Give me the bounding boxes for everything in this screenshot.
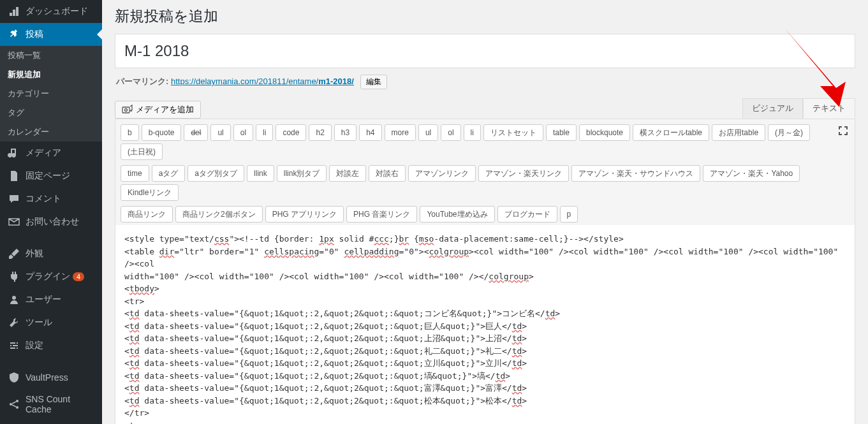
qtag-ol[interactable]: ol: [233, 124, 253, 141]
pin-icon: [8, 28, 20, 41]
post-title-input[interactable]: [115, 34, 855, 68]
qtag-li[interactable]: li: [256, 124, 273, 141]
qtag-[interactable]: (月～金): [768, 124, 810, 141]
qtag-p[interactable]: p: [560, 206, 578, 223]
qtag-PHG[interactable]: PHG 音楽リンク: [346, 206, 417, 223]
qtag-[interactable]: アマゾン・楽天リンク: [478, 165, 569, 182]
qtag-Kindle[interactable]: Kindleリンク: [121, 184, 179, 201]
sidebar-item-label: 投稿: [26, 29, 43, 40]
qtag-h3[interactable]: h3: [334, 124, 357, 141]
qtag-a[interactable]: aタグ: [152, 165, 186, 182]
sidebar-submenu: 投稿一覧新規追加カテゴリータグカレンダー: [0, 46, 102, 142]
qtag-[interactable]: ブログカード: [497, 206, 557, 223]
share-icon: [8, 398, 20, 411]
qtag-[interactable]: リストセット: [483, 124, 543, 141]
qtag-table[interactable]: 横スクロールtable: [633, 124, 709, 141]
qtag-[interactable]: 商品リンク: [121, 206, 173, 223]
page-title: 新規投稿を追加: [115, 6, 855, 26]
qtag-2[interactable]: 商品リンク2個ボタン: [175, 206, 263, 223]
sidebar-item-label: 固定ページ: [26, 170, 70, 182]
svg-rect-5: [122, 107, 129, 113]
sidebar-sub-item[interactable]: カレンダー: [0, 122, 102, 142]
sidebar-item-mail[interactable]: お問い合わせ: [0, 210, 102, 233]
sidebar-item-page[interactable]: 固定ページ: [0, 164, 102, 187]
tab-text[interactable]: テキスト: [803, 98, 855, 119]
main-content: 新規投稿を追加 パーマリンク: https://delaymania.com/2…: [102, 0, 868, 424]
qtag-del[interactable]: del: [184, 124, 208, 141]
qtag-llink[interactable]: llink: [247, 165, 274, 182]
sidebar-item-plugin[interactable]: プラグイン4: [0, 265, 102, 288]
editor-tabs: ビジュアル テキスト: [742, 98, 855, 119]
qtag-bquote[interactable]: b-quote: [142, 124, 182, 141]
update-badge: 4: [73, 272, 84, 281]
qtag-YouTube[interactable]: YouTube埋め込み: [420, 206, 494, 223]
svg-point-0: [12, 296, 16, 300]
user-icon: [8, 293, 20, 306]
qtag-blockquote[interactable]: blockquote: [579, 124, 630, 141]
sidebar-item-share[interactable]: SNS Count Cache: [0, 389, 102, 420]
sidebar-item-dashboard[interactable]: ダッシュボード: [0, 0, 102, 23]
qtag-ul[interactable]: ul: [210, 124, 230, 141]
qtag-[interactable]: アマゾン・楽天・サウンドハウス: [571, 165, 700, 182]
sidebar-item-tool[interactable]: ツール: [0, 311, 102, 334]
sidebar-item-label: ダッシュボード: [26, 6, 88, 17]
sidebar-item-settings[interactable]: 設定: [0, 334, 102, 357]
add-media-button[interactable]: メディアを追加: [115, 101, 201, 119]
permalink-link[interactable]: https://delaymania.com/201811/entame/m1-…: [171, 77, 354, 86]
sidebar-item-label: VaultPress: [26, 372, 68, 383]
sidebar-sub-item[interactable]: タグ: [0, 103, 102, 122]
sidebar-item-label: ユーザー: [26, 294, 61, 305]
sidebar-sub-item[interactable]: 新規追加: [0, 65, 102, 84]
qtag-[interactable]: 対談右: [369, 165, 406, 182]
sidebar-item-pin[interactable]: 投稿: [0, 23, 102, 46]
qtag-[interactable]: アマゾンリンク: [408, 165, 476, 182]
admin-sidebar: ダッシュボード投稿投稿一覧新規追加カテゴリータグカレンダーメディア固定ページコメ…: [0, 0, 102, 424]
sidebar-item-label: 外観: [26, 248, 43, 260]
qtag-table[interactable]: table: [546, 124, 577, 141]
qtag-li[interactable]: li: [464, 124, 481, 141]
tab-visual[interactable]: ビジュアル: [742, 98, 803, 119]
plugin-icon: [8, 270, 20, 283]
sidebar-sub-item[interactable]: カテゴリー: [0, 84, 102, 103]
sidebar-item-label: SNS Count Cache: [26, 394, 94, 414]
qtag-[interactable]: 対談左: [329, 165, 366, 182]
qtag-time[interactable]: time: [121, 165, 149, 182]
qtag-code[interactable]: code: [276, 124, 306, 141]
qtag-b[interactable]: b: [121, 124, 139, 141]
qtag-table[interactable]: お店用table: [712, 124, 765, 141]
sidebar-item-media[interactable]: メディア: [0, 142, 102, 164]
sidebar-item-comment[interactable]: コメント: [0, 187, 102, 210]
sidebar-item-label: メディア: [26, 147, 61, 159]
quicktags-toolbar: bb-quotedelulollicodeh2h3h4moreulolliリスト…: [115, 119, 855, 225]
qtag-ol[interactable]: ol: [441, 124, 460, 141]
qtag-PHG[interactable]: PHG アプリリンク: [265, 206, 344, 223]
svg-point-2: [16, 400, 18, 402]
qtag-[interactable]: (土日祝): [121, 143, 163, 160]
qtag-ul[interactable]: ul: [418, 124, 438, 141]
sidebar-sub-item[interactable]: 投稿一覧: [0, 46, 102, 65]
media-icon: [8, 147, 20, 159]
shield-icon: [8, 371, 20, 384]
sidebar-item-label: お問い合わせ: [26, 216, 79, 228]
sidebar-item-brush[interactable]: 外観: [0, 242, 102, 265]
sidebar-item-shield[interactable]: VaultPress: [0, 366, 102, 389]
qtag-a[interactable]: aタグ別タブ: [188, 165, 244, 182]
page-icon: [8, 170, 20, 182]
sidebar-item-backup[interactable]: BackWPup: [0, 420, 102, 424]
fullscreen-icon[interactable]: [838, 126, 848, 136]
svg-point-7: [130, 110, 132, 112]
text-editor-textarea[interactable]: <style type="text/css"><!--td {border: 1…: [115, 225, 855, 424]
edit-permalink-button[interactable]: 編集: [360, 75, 387, 89]
qtag-h4[interactable]: h4: [359, 124, 381, 141]
qtag-llink[interactable]: llink別タブ: [277, 165, 327, 182]
qtag-Yahoo[interactable]: アマゾン・楽天・Yahoo: [703, 165, 800, 182]
sidebar-item-label: プラグイン: [26, 271, 70, 282]
sidebar-item-label: コメント: [26, 193, 61, 205]
svg-point-3: [16, 406, 18, 409]
sidebar-item-user[interactable]: ユーザー: [0, 288, 102, 311]
qtag-h2[interactable]: h2: [309, 124, 331, 141]
dashboard-icon: [8, 5, 20, 18]
qtag-more[interactable]: more: [385, 124, 416, 141]
sidebar-item-label: 設定: [26, 340, 43, 351]
permalink-row: パーマリンク: https://delaymania.com/201811/en…: [116, 75, 854, 89]
